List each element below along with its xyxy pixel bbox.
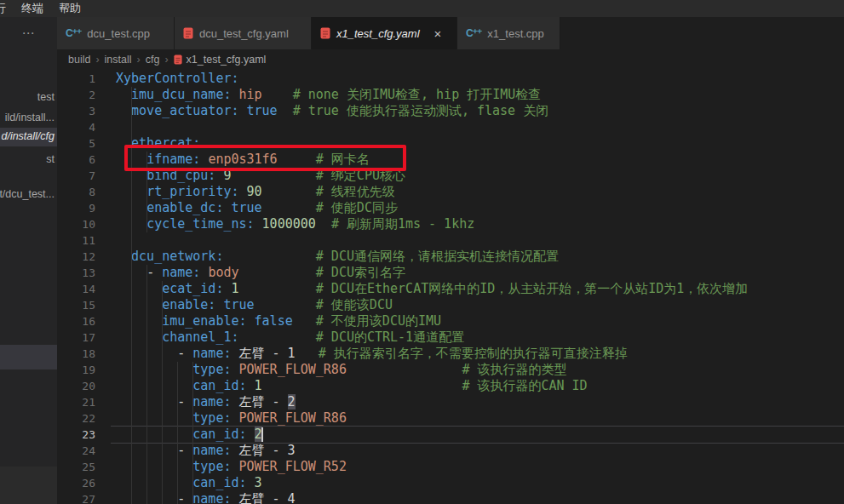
indent-guide [162,281,163,504]
line-number: 10 [57,216,95,232]
sidebar-item-label: ild/install... [5,112,55,123]
breadcrumb-file-label: x1_test_cfg.yaml [187,54,267,66]
code-line-18[interactable]: 18 - name: 左臂 - 1 # 执行器索引名字，不需要控制的执行器可直接… [57,346,844,362]
indent-guide [177,362,178,504]
code-line-1[interactable]: 1XyberController: [57,71,844,87]
tab-x1-test-cpp[interactable]: C⁺⁺ x1_test.cpp [457,17,560,49]
code-line-14[interactable]: 14 ecat_id: 1 # DCU在EtherCAT网络中的ID，从主站开始… [57,281,844,297]
code-line-24[interactable]: 24 - name: 左臂 - 3 [57,443,844,459]
code-line-3[interactable]: 3 move_actuator: true # true 使能执行器运动测试, … [57,103,844,119]
code-line-21[interactable]: 21 - name: 左臂 - 2 [57,394,844,410]
code-text: ecat_id: 1 # DCU在EtherCAT网络中的ID，从主站开始，第一… [116,281,748,297]
yaml-file-icon [174,54,182,65]
sidebar-item[interactable]: t/dcu_test... [0,186,57,204]
code-line-22[interactable]: 22 type: POWER_FLOW_R86 [57,410,844,427]
code-line-8[interactable]: 8 rt_priority: 90 # 线程优先级 [57,184,844,200]
indent-guide [146,265,147,504]
line-number: 1 [57,71,95,87]
more-actions-button[interactable]: ⋯ [0,17,57,49]
code-line-27[interactable]: 27 - name: 左臂 - 4 [57,491,844,504]
code-text: rt_priority: 90 # 线程优先级 [116,184,395,200]
code-line-10[interactable]: 10 cycle_time_ns: 1000000 # 刷新周期1ms - 1k… [57,216,844,232]
line-number: 18 [57,346,95,362]
close-icon[interactable]: × [434,27,442,40]
code-line-7[interactable]: 7 bind_cpu: 9 # 绑定CPU核心 [57,168,844,184]
breadcrumb-item-file[interactable]: x1_test_cfg.yaml [174,54,267,66]
cpp-file-icon: C⁺⁺ [66,27,81,39]
menu-bar: 行 终端 帮助 [0,0,844,17]
line-number: 2 [57,87,95,103]
code-text: channel_1: # DCU的CTRL-1通道配置 [116,329,464,346]
line-number: 11 [57,232,95,249]
code-text: type: POWER_FLOW_R86 # 该执行器的类型 [116,362,566,378]
code-line-19[interactable]: 19 type: POWER_FLOW_R86 # 该执行器的类型 [57,362,844,378]
tab-label: dcu_test_cfg.yaml [199,27,289,40]
cpp-file-icon: C⁺⁺ [466,27,481,39]
code-text: imu_enable: false # 不使用该DCU的IMU [116,313,441,329]
line-number: 3 [57,103,95,119]
line-number: 27 [57,491,95,504]
line-number: 8 [57,184,95,200]
code-text: enable_dc: true # 使能DC同步 [116,200,398,216]
line-number: 25 [57,459,95,475]
code-line-16[interactable]: 16 imu_enable: false # 不使用该DCU的IMU [57,313,844,329]
code-line-20[interactable]: 20 can_id: 1 # 该执行器的CAN ID [57,378,844,394]
sidebar-selected-empty-row[interactable] [0,345,57,369]
tab-dcu-test-cpp[interactable]: C⁺⁺ dcu_test.cpp [57,17,175,49]
breadcrumb-item-build[interactable]: build [68,54,90,66]
code-text: - name: 左臂 - 4 [116,491,296,504]
code-line-15[interactable]: 15 enable: true # 使能该DCU [57,297,844,313]
sidebar-item-label: d/install/cfg [1,130,55,142]
code-line-12[interactable]: 12 dcu_network: # DCU通信网络，请根据实机连接情况配置 [57,249,844,265]
sidebar-panel: testild/install...d/install/cfgstt/dcu_t… [0,49,57,504]
code-line-2[interactable]: 2 imu_dcu_name: hip # none 关闭IMU检查, hip … [57,87,844,103]
line-number: 19 [57,362,95,378]
code-line-5[interactable]: 5 ethercat: [57,135,844,152]
yaml-file-icon [320,27,330,39]
code-line-17[interactable]: 17 channel_1: # DCU的CTRL-1通道配置 [57,329,844,346]
code-text: cycle_time_ns: 1000000 # 刷新周期1ms - 1khz [116,216,474,232]
code-text: move_actuator: true # true 使能执行器运动测试, fl… [116,103,548,119]
code-text: enable: true # 使能该DCU [116,297,393,313]
code-text: type: POWER_FLOW_R86 [116,410,347,427]
line-number: 24 [57,443,95,459]
code-text: bind_cpu: 9 # 绑定CPU核心 [116,168,405,184]
tab-x1-test-cfg-yaml[interactable]: x1_test_cfg.yaml × [312,17,457,49]
line-number: 4 [57,119,95,135]
code-line-9[interactable]: 9 enable_dc: true # 使能DC同步 [57,200,844,216]
code-line-11[interactable]: 11 [57,232,844,249]
code-text: - name: 左臂 - 3 [116,443,296,459]
ellipsis-icon: ⋯ [22,26,36,41]
text-cursor [261,427,263,442]
tab-dcu-test-cfg-yaml[interactable]: dcu_test_cfg.yaml [175,17,312,49]
tab-bar: ⋯ C⁺⁺ dcu_test.cpp dcu_test_cfg.yaml x1_… [0,17,844,49]
sidebar-item[interactable]: test [0,89,57,107]
code-line-4[interactable]: 4 [57,119,844,135]
menu-item-help[interactable]: 帮助 [51,1,89,16]
sidebar-item[interactable]: st [0,151,57,169]
code-text: - name: body # DCU索引名字 [116,265,405,281]
code-line-23[interactable]: 23 can_id: 2 [57,427,844,443]
menu-item-terminal[interactable]: 终端 [14,1,51,16]
menu-item-run[interactable]: 行 [0,1,14,16]
line-number: 22 [57,410,95,427]
code-line-25[interactable]: 25 type: POWER_FLOW_R52 [57,459,844,475]
line-number: 23 [57,427,95,443]
breadcrumb-item-cfg[interactable]: cfg [146,54,160,66]
line-number: 12 [57,249,95,265]
line-number: 15 [57,297,95,313]
sidebar-item[interactable]: ild/install... [0,109,57,128]
indent-guide [192,362,193,504]
line-number: 20 [57,378,95,394]
sidebar-item-label: test [37,91,55,103]
code-text: imu_dcu_name: hip # none 关闭IMU检查, hip 打开… [116,87,541,103]
line-number: 13 [57,265,95,281]
line-number: 14 [57,281,95,297]
code-text: type: POWER_FLOW_R52 [116,459,347,475]
sidebar-item[interactable]: d/install/cfg [0,128,57,146]
breadcrumb-item-install[interactable]: install [105,54,132,66]
code-line-13[interactable]: 13 - name: body # DCU索引名字 [57,265,844,281]
code-line-6[interactable]: 6 ifname: enp0s31f6 # 网卡名 [57,152,844,168]
editor[interactable]: 1XyberController:2 imu_dcu_name: hip # n… [57,70,844,504]
code-line-26[interactable]: 26 can_id: 3 [57,475,844,491]
